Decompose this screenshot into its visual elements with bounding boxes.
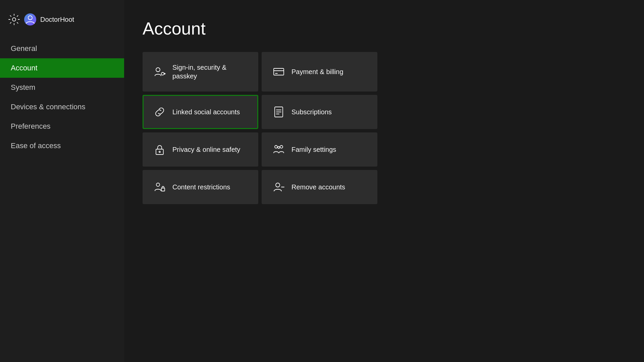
tile-privacy[interactable]: Privacy & online safety	[143, 132, 258, 167]
svg-rect-17	[161, 188, 165, 191]
card-icon	[273, 66, 285, 78]
tile-label-subscriptions: Subscriptions	[291, 108, 332, 116]
sidebar-item-system[interactable]: System	[0, 78, 124, 97]
main-content: Account Sign-in, security & passkey Paym…	[124, 0, 644, 362]
tile-label-family: Family settings	[291, 145, 336, 154]
sidebar-item-ease[interactable]: Ease of access	[0, 136, 124, 156]
tile-label-payment: Payment & billing	[291, 67, 343, 76]
person-key-icon	[154, 66, 166, 78]
tile-label-remove: Remove accounts	[291, 183, 345, 191]
sidebar-nav: GeneralAccountSystemDevices & connection…	[0, 39, 124, 156]
svg-point-3	[161, 72, 164, 75]
svg-point-16	[156, 183, 160, 186]
tile-linked[interactable]: Linked social accounts	[143, 95, 258, 129]
svg-rect-11	[156, 149, 163, 155]
lock-icon	[154, 143, 166, 156]
tile-label-linked: Linked social accounts	[172, 108, 240, 116]
sidebar-username: DoctorHoot	[40, 16, 74, 23]
sidebar-item-devices[interactable]: Devices & connections	[0, 97, 124, 117]
link-icon	[154, 106, 166, 118]
family-icon	[273, 143, 285, 156]
svg-point-12	[159, 151, 160, 153]
tile-content[interactable]: Content restrictions	[143, 170, 258, 204]
tile-payment[interactable]: Payment & billing	[262, 52, 377, 92]
svg-point-18	[276, 183, 280, 187]
svg-point-14	[280, 145, 283, 148]
avatar	[24, 13, 36, 25]
page-title: Account	[143, 18, 624, 39]
tile-label-privacy: Privacy & online safety	[172, 145, 240, 154]
tile-label-content: Content restrictions	[172, 183, 230, 191]
tile-subscriptions[interactable]: Subscriptions	[262, 95, 377, 129]
sidebar-item-preferences[interactable]: Preferences	[0, 117, 124, 136]
tile-family[interactable]: Family settings	[262, 132, 377, 167]
person-lock-icon	[154, 181, 166, 193]
list-doc-icon	[273, 106, 285, 118]
svg-point-0	[12, 18, 16, 21]
svg-point-1	[28, 16, 32, 20]
sidebar: DoctorHoot GeneralAccountSystemDevices &…	[0, 0, 124, 362]
tiles-grid: Sign-in, security & passkey Payment & bi…	[143, 52, 377, 204]
svg-point-13	[275, 145, 277, 148]
tile-signin[interactable]: Sign-in, security & passkey	[143, 52, 258, 92]
sidebar-header: DoctorHoot	[0, 10, 124, 36]
tile-remove[interactable]: Remove accounts	[262, 170, 377, 204]
sidebar-item-general[interactable]: General	[0, 39, 124, 58]
svg-rect-4	[274, 68, 284, 75]
tile-label-signin: Sign-in, security & passkey	[172, 63, 247, 80]
svg-point-2	[156, 68, 160, 72]
person-minus-icon	[273, 181, 285, 193]
sidebar-item-account[interactable]: Account	[0, 58, 124, 78]
svg-point-15	[278, 146, 280, 148]
gear-icon	[8, 13, 20, 25]
